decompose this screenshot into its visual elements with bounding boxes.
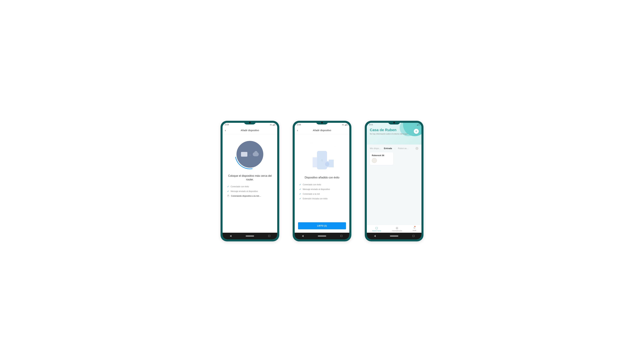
notch [388, 121, 400, 125]
device-icon [241, 152, 247, 157]
wifi-icon: ◡ [249, 153, 251, 156]
nav-recents-icon[interactable] [340, 235, 342, 237]
step-label: Mensaje enviado al dispositivo [230, 190, 258, 192]
signal-icon: ◢ [417, 124, 418, 126]
progress-steps: ✓ Conectado con éxito ✓ Mensaje enviado … [226, 185, 274, 199]
notch [244, 121, 256, 125]
notification-badge [414, 226, 416, 227]
nav-home-icon[interactable] [318, 235, 326, 236]
screen-home: 13:31 ◢ ▮ Casa de Ruben No hay informaci… [367, 123, 422, 239]
appbar-title: Añadir dispositivo [241, 129, 259, 132]
step-item: ✓ Mensaje enviado al dispositivo [227, 190, 272, 192]
home-title[interactable]: Casa de Ruben [370, 128, 418, 132]
check-icon: ✓ [227, 190, 229, 192]
spacer [367, 165, 422, 225]
nav-recents-icon[interactable] [268, 235, 270, 237]
done-button[interactable]: LISTO (1) [298, 222, 346, 229]
content-area: ◡ Coloque el dispositivo más cerca del r… [222, 134, 277, 233]
phone-mockup-1: 13:29 4G ◢ ▮ ‹ Añadir dispositivo ◡ Colo… [220, 121, 279, 241]
decoration-icon: · [335, 146, 336, 147]
signal-icon: ◢ [272, 124, 274, 126]
network-label: 4G [342, 124, 344, 126]
phone-mockup-2: 13:30 4G ◢ ▮ ‹ Añadir dispositivo · · · … [293, 121, 351, 241]
tab-my-devices[interactable]: Mis dispo… [370, 147, 381, 150]
check-icon: ✓ [299, 197, 301, 200]
nav-profile[interactable]: ☺ Perfil [413, 226, 416, 232]
instruction-heading: Coloque el dispositivo más cerca del rou… [226, 174, 274, 181]
success-illustration: · · · · ⌂ [305, 141, 339, 169]
network-label: 4G [270, 124, 272, 126]
nav-recents-icon[interactable] [412, 235, 414, 237]
screen-add-device-success: 13:30 4G ◢ ▮ ‹ Añadir dispositivo · · · … [295, 123, 349, 239]
tab-entrada[interactable]: Entrada [384, 147, 392, 150]
nav-home-icon[interactable] [246, 235, 254, 236]
appbar-title: Añadir dispositivo [313, 129, 331, 132]
vacuum-icon [372, 158, 377, 163]
nav-xiaomi-home[interactable]: ▢ Xiaomi Home [372, 226, 381, 232]
step-label: Conectado a la red [303, 193, 320, 195]
nav-automation[interactable]: ◎ Automatización [392, 226, 402, 232]
step-item-active: Conectando dispositivo a la red… [227, 195, 272, 197]
home-icon: ▢ [375, 226, 378, 229]
device-card-roborock[interactable]: Roborock S6 [370, 152, 393, 165]
connecting-illustration: ◡ [236, 141, 263, 168]
step-label: Extensión iniciada con éxito [303, 197, 328, 200]
battery-icon: ▮ [418, 124, 420, 126]
android-nav-bar [295, 233, 349, 239]
step-item: ✓ Mensaje enviado al dispositivo [299, 188, 345, 190]
screen-add-device-connecting: 13:29 4G ◢ ▮ ‹ Añadir dispositivo ◡ Colo… [222, 123, 277, 239]
check-icon: ✓ [299, 193, 301, 195]
app-bar: ‹ Añadir dispositivo [295, 127, 349, 134]
status-indicators: 4G ◢ ▮ [270, 124, 275, 126]
status-indicators: 4G ◢ ▮ [342, 124, 347, 126]
nav-back-icon[interactable] [230, 235, 232, 237]
bottom-nav: ▢ Xiaomi Home ◎ Automatización ☺ Perfil [367, 225, 422, 233]
back-button[interactable]: ‹ [297, 129, 298, 132]
tab-divider: | [394, 147, 395, 150]
success-heading: Dispositivo añadido con éxito [298, 176, 346, 180]
expand-tabs-button[interactable]: ⌄ [416, 147, 418, 150]
back-button[interactable]: ‹ [225, 129, 226, 132]
battery-icon: ▮ [274, 124, 275, 126]
status-indicators: ◢ ▮ [417, 124, 420, 126]
step-item: ✓ Conectado a la red [299, 193, 345, 195]
phone-mockup-3: 13:31 ◢ ▮ Casa de Ruben No hay informaci… [365, 121, 424, 241]
step-item: ✓ Extensión iniciada con éxito [299, 197, 345, 200]
notch [316, 121, 328, 125]
device-name: Roborock S6 [372, 154, 391, 157]
tab-robot[interactable]: Robot as… [398, 147, 409, 150]
status-time: 13:29 [224, 124, 229, 126]
progress-steps: ✓ Conectado con éxito ✓ Mensaje enviado … [298, 183, 346, 202]
status-time: 13:31 [369, 124, 373, 126]
android-nav-bar [222, 233, 277, 239]
android-nav-bar [367, 233, 422, 239]
automation-icon: ◎ [396, 226, 398, 229]
nav-back-icon[interactable] [302, 235, 304, 237]
decoration-icon: · · · [310, 143, 312, 144]
nav-label: Automatización [392, 230, 402, 232]
add-device-button[interactable]: + [414, 129, 419, 134]
app-bar: ‹ Añadir dispositivo [222, 127, 277, 134]
check-icon: ✓ [299, 188, 301, 190]
step-label: Conectado con éxito [303, 183, 321, 186]
status-time: 13:30 [297, 124, 301, 126]
nav-label: Perfil [413, 230, 416, 231]
nav-label: Xiaomi Home [372, 230, 381, 232]
check-icon: ✓ [227, 185, 229, 188]
camera-shape-icon [324, 161, 330, 167]
room-tabs: Mis dispo… Entrada | Robot as… ⌄ [367, 145, 422, 152]
check-icon: ✓ [299, 183, 301, 186]
nav-back-icon[interactable] [374, 235, 376, 237]
cloud-icon [253, 152, 259, 156]
step-label: Mensaje enviado al dispositivo [303, 188, 330, 190]
step-item: ✓ Conectado con éxito [227, 185, 272, 188]
content-area: · · · · ⌂ Dispositivo añadido con éxito … [295, 134, 349, 233]
step-item: ✓ Conectado con éxito [299, 183, 345, 186]
nav-home-icon[interactable] [390, 235, 398, 236]
spinner-icon [227, 195, 229, 197]
battery-icon: ▮ [346, 124, 347, 126]
home-subtitle: No hay información sobre el entorno del … [370, 133, 418, 135]
signal-icon: ◢ [345, 124, 346, 126]
step-label: Conectando dispositivo a la red… [231, 195, 261, 197]
step-label: Conectado con éxito [230, 185, 249, 188]
